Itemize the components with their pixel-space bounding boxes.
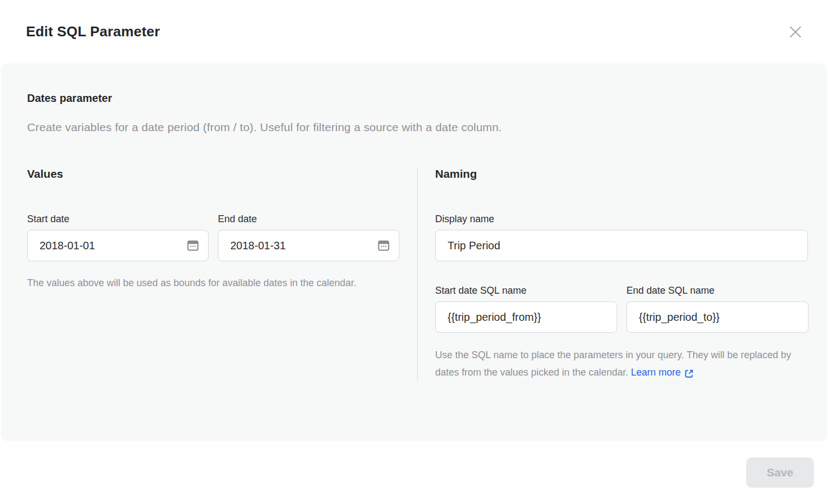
start-date-label: Start date xyxy=(27,214,209,225)
parameter-type-description: Create variables for a date period (from… xyxy=(27,121,805,134)
naming-heading: Naming xyxy=(435,167,808,180)
end-date-input-wrap xyxy=(218,230,399,261)
form-columns: Values Start date xyxy=(27,167,805,381)
dialog-title: Edit SQL Parameter xyxy=(26,23,160,40)
naming-column: Naming Display name Start date SQL name … xyxy=(417,167,808,381)
end-date-input[interactable] xyxy=(218,230,399,261)
dialog-footer: Save xyxy=(0,441,828,504)
naming-helper-text: Use the SQL name to place the parameters… xyxy=(435,346,808,381)
calendar-icon xyxy=(377,238,391,253)
start-sql-name-label: Start date SQL name xyxy=(435,285,617,296)
date-fields-row: Start date xyxy=(27,214,399,261)
learn-more-label: Learn more xyxy=(631,364,681,381)
close-button[interactable] xyxy=(786,22,805,42)
values-helper-text: The values above will be used as bounds … xyxy=(27,274,399,292)
dialog-header: Edit SQL Parameter xyxy=(0,0,828,63)
start-sql-name-field: Start date SQL name xyxy=(435,285,617,333)
learn-more-link[interactable]: Learn more xyxy=(631,364,694,381)
start-date-field: Start date xyxy=(27,214,209,261)
display-name-field: Display name xyxy=(435,214,808,261)
edit-sql-parameter-dialog: Edit SQL Parameter Dates parameter Creat… xyxy=(0,0,828,504)
end-sql-name-field: End date SQL name xyxy=(626,285,808,333)
values-column: Values Start date xyxy=(27,167,417,381)
naming-helper-sentence: Use the SQL name to place the parameters… xyxy=(435,350,791,378)
calendar-icon xyxy=(186,238,200,253)
parameter-type-heading: Dates parameter xyxy=(27,92,805,105)
values-heading: Values xyxy=(27,167,399,180)
start-sql-name-input[interactable] xyxy=(435,301,617,333)
start-date-input[interactable] xyxy=(27,230,209,261)
end-date-calendar-button[interactable] xyxy=(376,237,392,254)
display-name-label: Display name xyxy=(435,214,808,225)
dialog-body: Dates parameter Create variables for a d… xyxy=(1,63,827,441)
end-date-label: End date xyxy=(218,214,399,225)
close-icon xyxy=(788,24,803,40)
end-sql-name-label: End date SQL name xyxy=(626,285,808,296)
end-date-field: End date xyxy=(218,214,399,261)
start-date-input-wrap xyxy=(27,230,209,261)
end-sql-name-input[interactable] xyxy=(626,301,808,333)
display-name-input[interactable] xyxy=(435,230,808,261)
external-link-icon xyxy=(684,367,694,378)
sql-name-fields-row: Start date SQL name End date SQL name xyxy=(435,285,808,333)
start-date-calendar-button[interactable] xyxy=(185,237,201,254)
save-button[interactable]: Save xyxy=(746,457,814,488)
